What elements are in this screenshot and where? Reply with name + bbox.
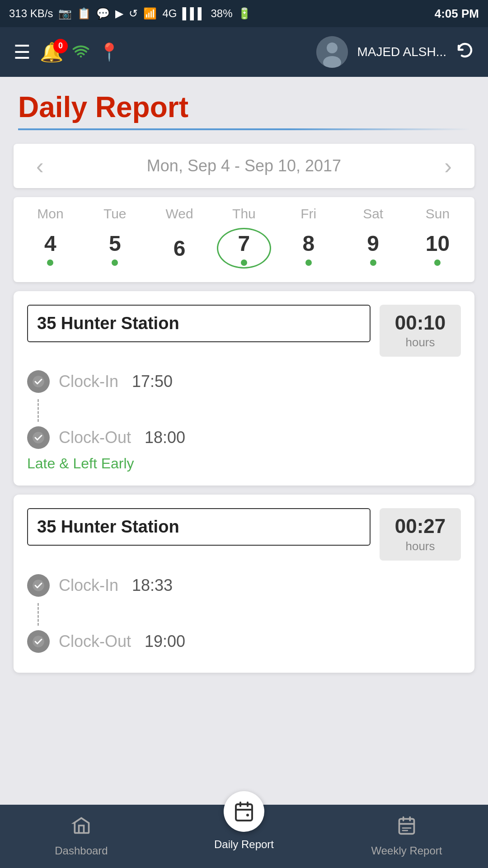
record-time-box-2: 00:27 hours [380,508,461,560]
hamburger-menu[interactable]: ☰ [14,41,31,63]
video-icon: 📷 [58,7,72,20]
speed-indicator: 313 KB/s [9,7,53,20]
clock-in-entry-1: Clock-In 17:50 [27,370,461,393]
status-bar: 313 KB/s 📷 📋 💬 ▶ ↺ 📶 4G ▌▌▌ 38%🔋 4:05 PM [0,0,488,27]
prev-week-button[interactable]: ‹ [27,153,53,179]
record-card-1: 35 Hunter Station 00:10 hours Clock-In 1… [14,291,474,486]
clock-out-check-1 [27,426,50,449]
clock-out-entry-2: Clock-Out 19:00 [27,630,461,653]
svg-point-9 [246,814,249,816]
nav-left: ☰ 🔔 0 📍 [14,41,120,63]
dashboard-icon [71,816,91,840]
record-top-1: 35 Hunter Station 00:10 hours [27,305,461,357]
clock-in-label-2: Clock-In [59,576,118,595]
record-location-1: 35 Hunter Station [27,305,371,342]
record-time-box-1: 00:10 hours [380,305,461,357]
record-card-2: 35 Hunter Station 00:27 hours Clock-In 1… [14,495,474,672]
nav-right: MAJED ALSH... [316,36,474,68]
day-number-7[interactable]: 7 [217,228,271,269]
svg-rect-8 [236,804,252,821]
svg-point-2 [327,42,338,53]
daily-report-center-circle [224,791,264,832]
day-label-wed: Wed [152,206,206,222]
title-underline [18,128,470,130]
record-time-main-1: 00:10 [387,312,454,334]
day-label-tue: Tue [88,206,142,222]
status-tag-1: Late & Left Early [27,455,461,472]
day-number-6[interactable]: 6 [152,228,206,269]
avatar [316,36,348,68]
day-dot-9 [370,259,376,266]
refresh-icon[interactable] [455,40,474,64]
signal-bars: ▌▌▌ [182,7,205,20]
day-number-4[interactable]: 4 [23,228,77,269]
day-label-thu: Thu [217,206,271,222]
day-label-fri: Fri [282,206,336,222]
network-badge: 4G [162,7,177,20]
clock-out-time-2: 19:00 [145,632,185,651]
record-time-label-1: hours [387,335,454,349]
date-navigator: ‹ Mon, Sep 4 - Sep 10, 2017 › [14,144,474,188]
bottom-nav-weekly-report[interactable]: Weekly Report [325,805,488,868]
day-label-sun: Sun [410,206,465,222]
day-dot-5 [112,259,118,266]
clock-out-label-1: Clock-Out [59,428,131,447]
clock-out-label-2: Clock-Out [59,632,131,651]
clock-in-time-2: 18:33 [132,576,173,595]
svg-rect-10 [399,819,414,834]
day-number-5[interactable]: 5 [88,228,142,269]
youtube-icon: ▶ [115,7,123,20]
clock-in-time-1: 17:50 [132,372,173,391]
page-title-area: Daily Report [0,77,488,135]
dotted-line-1 [38,399,461,422]
dotted-line-2 [38,603,461,626]
svg-point-6 [33,580,44,591]
record-location-2: 35 Hunter Station [27,508,371,546]
clock-in-label-1: Clock-In [59,372,118,391]
clock-out-time-1: 18:00 [145,428,185,447]
record-time-main-2: 00:27 [387,515,454,537]
clock-in-check-2 [27,574,50,597]
wifi-icon [72,42,89,62]
user-name: MAJED ALSH... [357,45,446,59]
bottom-nav: Dashboard Daily Report Weekly Report [0,805,488,868]
clock-in-entry-2: Clock-In 18:33 [27,574,461,597]
records-container: 35 Hunter Station 00:10 hours Clock-In 1… [0,291,488,673]
notification-bell-wrapper[interactable]: 🔔 0 [40,41,63,63]
date-range-label: Mon, Sep 4 - Sep 10, 2017 [147,156,341,175]
bottom-nav-daily-report[interactable]: Daily Report [163,805,325,868]
whatsapp-icon: 💬 [96,7,110,20]
day-number-10[interactable]: 10 [410,228,465,269]
dashboard-label: Dashboard [55,844,108,857]
nav-bar: ☰ 🔔 0 📍 MAJED ALSH... [0,27,488,77]
day-dot-4 [47,259,53,266]
day-number-8[interactable]: 8 [282,228,336,269]
bottom-nav-dashboard[interactable]: Dashboard [0,805,163,868]
day-number-9[interactable]: 9 [346,228,400,269]
day-label-mon: Mon [23,206,77,222]
next-week-button[interactable]: › [435,153,461,179]
clock-display: 4:05 PM [435,7,479,21]
clock-out-check-2 [27,630,50,653]
notification-badge: 0 [53,39,68,53]
svg-point-7 [33,636,44,647]
status-bar-left: 313 KB/s 📷 📋 💬 ▶ ↺ 📶 4G ▌▌▌ 38%🔋 [9,7,251,20]
clock-out-entry-1: Clock-Out 18:00 [27,426,461,449]
sim-icon: 📋 [77,7,91,20]
days-numbers: 45678910 [18,228,470,269]
days-header: MonTueWedThuFriSatSun [18,206,470,222]
day-dot-8 [305,259,312,266]
location-icon: 📍 [99,42,120,62]
sync-icon: ↺ [129,7,138,20]
clock-in-check-1 [27,370,50,393]
battery-status: 38% [211,7,232,20]
status-bar-right: 4:05 PM [435,7,479,21]
day-selector: MonTueWedThuFriSatSun 45678910 [14,197,474,282]
wifi-status-icon: 📶 [143,7,157,20]
page-title: Daily Report [18,90,470,124]
record-time-label-2: hours [387,539,454,553]
weekly-report-icon [397,816,417,840]
svg-point-0 [80,55,82,57]
svg-point-4 [33,376,44,388]
day-dot-10 [434,259,441,266]
